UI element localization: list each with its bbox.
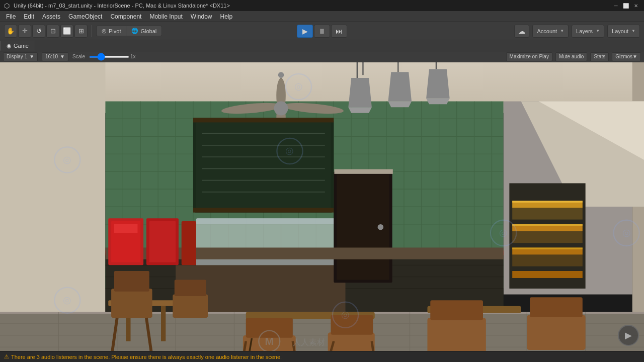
svg-point-58 — [278, 72, 284, 78]
gizmos-dropdown[interactable]: Gizmos ▼ — [612, 52, 641, 61]
scale-slider-group: 1x — [89, 54, 136, 59]
mute-audio-button[interactable]: Mute audio — [555, 52, 587, 61]
scale-slider[interactable] — [89, 56, 129, 58]
aspect-label: 16:10 — [45, 54, 58, 59]
scale-value: 1x — [130, 54, 136, 59]
global-label: Global — [140, 28, 156, 34]
scale-tool-button[interactable]: ⊡ — [46, 25, 59, 38]
svg-rect-135 — [530, 297, 583, 317]
svg-marker-71 — [388, 102, 412, 108]
game-tab-icon: ◉ — [7, 43, 12, 49]
svg-rect-92 — [334, 169, 392, 174]
cloud-button[interactable]: ☁ — [514, 25, 529, 38]
game-viewport: {/* Tiles */} — [0, 62, 644, 351]
svg-rect-100 — [512, 247, 583, 249]
svg-rect-113 — [161, 306, 166, 341]
svg-rect-98 — [512, 224, 583, 226]
play-overlay-icon: ▶ — [625, 330, 632, 341]
svg-rect-125 — [328, 332, 375, 351]
pause-icon: ⏸ — [318, 27, 326, 35]
stats-label: Stats — [594, 54, 605, 59]
stats-button[interactable]: Stats — [590, 52, 609, 61]
menu-edit[interactable]: Edit — [20, 12, 38, 21]
play-button[interactable]: ▶ — [297, 25, 313, 38]
global-button[interactable]: 🌐 Global — [126, 26, 162, 36]
svg-text:◎: ◎ — [63, 154, 71, 165]
svg-rect-76 — [196, 122, 331, 210]
gizmos-chevron-icon: ▼ — [632, 54, 637, 59]
svg-text:◎: ◎ — [341, 309, 350, 320]
menu-window[interactable]: Window — [187, 12, 216, 21]
scale-label: Scale — [72, 54, 85, 59]
svg-rect-104 — [512, 254, 583, 266]
pivot-button[interactable]: ◎ Pivot — [97, 26, 126, 36]
hand-tool-button[interactable]: ✋ — [4, 25, 17, 38]
globe-icon: 🌐 — [131, 28, 138, 34]
minimize-button[interactable]: ─ — [612, 2, 620, 10]
menu-gameobject[interactable]: GameObject — [64, 12, 106, 21]
gizmos-label: Gizmos — [615, 54, 632, 59]
layers-dropdown[interactable]: Layers ▼ — [572, 25, 604, 38]
cloud-icon: ☁ — [518, 27, 525, 35]
svg-text:◎: ◎ — [622, 227, 631, 238]
account-chevron-icon: ▼ — [560, 29, 564, 33]
step-icon: ⏭ — [336, 27, 343, 35]
menu-file[interactable]: File — [2, 12, 20, 21]
rotate-tool-button[interactable]: ↺ — [32, 25, 45, 38]
svg-rect-96 — [512, 201, 583, 202]
move-tool-button[interactable]: ✛ — [18, 25, 31, 38]
svg-point-64 — [274, 102, 288, 116]
rect-tool-button[interactable]: ⬜ — [60, 25, 73, 38]
pivot-label: Pivot — [109, 28, 121, 34]
transform-icon: ⊞ — [78, 27, 84, 35]
rotate-icon: ↺ — [36, 27, 42, 35]
svg-rect-119 — [175, 280, 206, 296]
maximize-label: Maximize on Play — [510, 54, 549, 59]
step-button[interactable]: ⏭ — [331, 25, 347, 38]
menu-mobile-input[interactable]: Mobile Input — [145, 12, 186, 21]
svg-marker-73 — [426, 69, 450, 99]
svg-rect-133 — [430, 300, 483, 320]
title-bar: ⬡ Unity (64bit) - m7_03_start.unity - In… — [0, 0, 644, 11]
close-button[interactable]: ✕ — [632, 2, 640, 10]
svg-marker-74 — [426, 99, 450, 105]
pause-button[interactable]: ⏸ — [314, 25, 330, 38]
layout-chevron-icon: ▼ — [631, 29, 635, 33]
account-label: Account — [537, 28, 557, 34]
account-dropdown[interactable]: Account ▼ — [532, 25, 569, 38]
layout-dropdown[interactable]: Layout ▼ — [607, 25, 640, 38]
svg-rect-115 — [114, 271, 149, 292]
rect-icon: ⬜ — [63, 27, 71, 35]
layers-chevron-icon: ▼ — [596, 29, 600, 33]
display-chevron-icon: ▼ — [29, 54, 34, 59]
display-dropdown[interactable]: Display 1 ▼ — [3, 52, 38, 61]
svg-rect-109 — [149, 221, 176, 262]
layout-label: Layout — [612, 28, 628, 34]
warning-icon: ⚠ — [4, 353, 9, 360]
scale-icon: ⊡ — [50, 27, 56, 35]
mute-label: Mute audio — [559, 54, 584, 59]
aspect-dropdown[interactable]: 16:10 ▼ — [42, 52, 68, 61]
transform-tool-button[interactable]: ⊞ — [74, 25, 88, 38]
tab-bar: ◉ Game — [0, 40, 644, 51]
svg-text:◎: ◎ — [499, 227, 508, 238]
svg-point-91 — [378, 224, 384, 230]
game-tab[interactable]: ◉ Game — [0, 41, 35, 51]
svg-marker-68 — [348, 107, 372, 113]
menu-assets[interactable]: Assets — [38, 12, 64, 21]
svg-rect-83 — [193, 118, 334, 122]
maximize-on-play-button[interactable]: Maximize on Play — [506, 52, 552, 61]
play-overlay-button[interactable]: ▶ — [618, 325, 639, 346]
pivot-global-toggle: ◎ Pivot 🌐 Global — [96, 26, 162, 36]
hand-icon: ✋ — [7, 27, 15, 35]
svg-rect-107 — [114, 224, 138, 233]
maximize-button[interactable]: ⬜ — [622, 2, 630, 10]
svg-rect-102 — [512, 208, 583, 219]
menu-help[interactable]: Help — [216, 12, 237, 21]
svg-rect-103 — [512, 231, 583, 243]
svg-rect-118 — [173, 295, 208, 318]
pivot-icon: ◎ — [102, 28, 107, 34]
svg-rect-134 — [527, 315, 585, 350]
menu-component[interactable]: Component — [106, 12, 145, 21]
game-tab-label: Game — [14, 43, 29, 49]
